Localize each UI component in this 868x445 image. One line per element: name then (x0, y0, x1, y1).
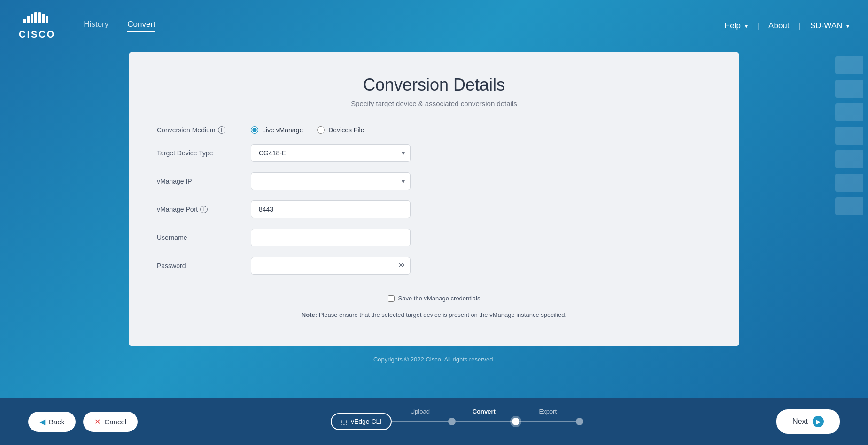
save-credentials-label[interactable]: Save the vManage credentials (388, 295, 480, 302)
svg-rect-2 (31, 14, 33, 23)
nav-history[interactable]: History (84, 20, 108, 32)
radio-live-vmanage[interactable]: Live vManage (251, 126, 303, 134)
conversion-medium-label: Conversion Medium i (157, 126, 251, 134)
svg-rect-4 (38, 12, 41, 23)
conversion-medium-options: Live vManage Devices File (251, 126, 411, 134)
target-device-row: Target Device Type CG418-E ▾ (157, 144, 711, 162)
conversion-medium-info-icon[interactable]: i (218, 126, 225, 134)
radio-devices-file-input[interactable] (317, 126, 325, 134)
vmanage-ip-label: vManage IP (157, 177, 251, 185)
header: CISCO History Convert Help ▾ | About | S… (0, 0, 868, 52)
sdwan-dropdown-icon: ▾ (846, 23, 849, 30)
logo-bars (23, 12, 51, 27)
upload-step-label: Upload (411, 408, 430, 415)
help-dropdown-icon: ▾ (745, 23, 748, 30)
cancel-icon: ✕ (94, 417, 101, 426)
password-row: Password 👁 (157, 257, 711, 275)
cisco-logo: CISCO (19, 12, 55, 40)
about-link[interactable]: About (768, 21, 789, 31)
svg-rect-6 (46, 16, 48, 23)
password-label: Password (157, 262, 251, 269)
target-device-label: Target Device Type (157, 149, 251, 157)
svg-rect-3 (34, 12, 37, 23)
bottom-bar: ◀ Back ✕ Cancel ⬚ vEdge CLI Upload Conve… (0, 398, 868, 445)
main-nav: History Convert (84, 20, 724, 32)
card-subtitle: Specify target device & associated conve… (157, 100, 711, 107)
password-input-wrapper: 👁 (251, 257, 411, 275)
conversion-form: Conversion Medium i Live vManage Devices… (157, 126, 711, 318)
radio-live-vmanage-input[interactable] (251, 126, 258, 134)
logo-text: CISCO (19, 29, 55, 40)
conversion-details-card: Conversion Details Specify target device… (129, 52, 739, 346)
vmanage-port-label: vManage Port i (157, 206, 251, 213)
conversion-medium-row: Conversion Medium i Live vManage Devices… (157, 126, 711, 134)
vmanage-port-input[interactable] (251, 200, 411, 218)
export-step-circle (576, 418, 583, 425)
username-input[interactable] (251, 229, 411, 246)
vmanage-port-row: vManage Port i (157, 200, 711, 218)
svg-rect-0 (23, 19, 26, 23)
copyright-text: Copyrights © 2022 Cisco. All rights rese… (373, 356, 495, 363)
vmanage-port-info-icon[interactable]: i (200, 206, 208, 213)
step-line-1: Upload (392, 421, 448, 422)
next-button[interactable]: Next ▶ (776, 409, 840, 434)
help-menu[interactable]: Help ▾ (724, 21, 748, 31)
next-arrow-icon: ▶ (813, 416, 824, 427)
sdwan-menu[interactable]: SD-WAN ▾ (810, 21, 849, 31)
save-credentials-section: Save the vManage credentials (157, 285, 711, 302)
card-title: Conversion Details (157, 75, 711, 95)
note-section: Note: Please ensure that the selected ta… (157, 311, 711, 318)
header-right: Help ▾ | About | SD-WAN ▾ (724, 21, 849, 31)
username-label: Username (157, 234, 251, 241)
username-row: Username (157, 229, 711, 246)
vmanage-ip-select[interactable] (251, 172, 411, 190)
vmanage-ip-select-wrapper: ▾ (251, 172, 411, 190)
step-line-2: Convert (456, 421, 512, 422)
note-text: Please ensure that the selected target d… (319, 311, 567, 318)
convert-step-circle (512, 418, 519, 425)
step-line-3: Export (519, 421, 576, 422)
step-tag-icon: ⬚ (341, 418, 347, 425)
back-button[interactable]: ◀ Back (28, 412, 76, 432)
step-tag-vedge-cli: ⬚ vEdge CLI (331, 413, 392, 430)
upload-step-circle (448, 418, 456, 425)
target-device-select[interactable]: CG418-E (251, 144, 411, 162)
target-device-select-wrapper: CG418-E ▾ (251, 144, 411, 162)
stepper-line-2: Convert (456, 418, 519, 425)
password-toggle-icon[interactable]: 👁 (397, 261, 405, 270)
footer: Copyrights © 2022 Cisco. All rights rese… (0, 346, 868, 372)
progress-stepper: ⬚ vEdge CLI Upload Convert Export (138, 413, 776, 430)
decorative-bars (835, 56, 868, 215)
cancel-button[interactable]: ✕ Cancel (83, 412, 138, 432)
note-prefix: Note: (302, 311, 317, 318)
vmanage-ip-row: vManage IP ▾ (157, 172, 711, 190)
password-input[interactable] (251, 257, 411, 275)
nav-convert[interactable]: Convert (127, 20, 155, 32)
stepper-line-1: Upload (392, 418, 456, 425)
svg-rect-1 (27, 16, 30, 23)
main-content: Conversion Details Specify target device… (0, 52, 868, 346)
save-credentials-checkbox[interactable] (388, 295, 395, 302)
radio-devices-file[interactable]: Devices File (317, 126, 364, 134)
back-icon: ◀ (39, 417, 45, 426)
svg-rect-5 (42, 14, 45, 23)
stepper-line-3: Export (519, 418, 583, 425)
